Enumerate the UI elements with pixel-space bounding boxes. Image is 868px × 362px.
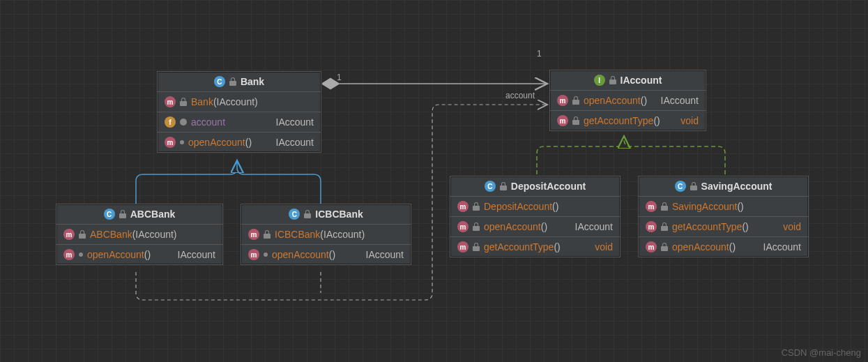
method-icon: m xyxy=(63,249,75,260)
lock-icon xyxy=(609,76,616,84)
lock-icon xyxy=(473,223,480,231)
method-icon: m xyxy=(646,241,657,252)
lock-icon xyxy=(690,182,697,190)
return-type: IAccount xyxy=(276,137,314,148)
lock-icon xyxy=(473,202,480,211)
method-icon: m xyxy=(557,115,568,126)
class-icon: C xyxy=(104,209,115,220)
member-row[interactable]: m openAccount() IAccount xyxy=(241,245,411,264)
class-savingaccount[interactable]: C SavingAccount m SavingAccount() m getA… xyxy=(638,176,809,257)
member-name: getAccountType() xyxy=(484,241,591,252)
multiplicity-left: 1 xyxy=(337,73,342,82)
class-header: C ICBCBank xyxy=(241,204,411,225)
method-icon: m xyxy=(646,221,657,232)
class-icon: C xyxy=(214,76,225,87)
method-icon: m xyxy=(457,201,469,212)
method-icon: m xyxy=(165,96,176,107)
return-type: void xyxy=(783,221,801,232)
member-name: ABCBank(IAccount) xyxy=(90,229,215,240)
member-row[interactable]: m getAccountType() void xyxy=(550,111,706,130)
interface-icon: I xyxy=(594,75,605,86)
member-name: getAccountType() xyxy=(672,221,779,232)
method-icon: m xyxy=(165,137,176,148)
lock-icon xyxy=(661,243,668,251)
member-name: openAccount() xyxy=(672,241,759,252)
member-row[interactable]: m ICBCBank(IAccount) xyxy=(241,225,411,245)
member-row[interactable]: m ABCBank(IAccount) xyxy=(56,225,222,245)
member-row[interactable]: m openAccount() IAccount xyxy=(639,237,808,257)
lock-icon xyxy=(661,223,668,231)
watermark: CSDN @mai-cheng xyxy=(782,347,861,358)
class-header: C SavingAccount xyxy=(639,176,808,197)
return-type: IAccount xyxy=(661,95,699,106)
member-name: openAccount() xyxy=(272,249,362,260)
member-row[interactable]: m SavingAccount() xyxy=(639,197,808,217)
dot-icon xyxy=(180,140,184,144)
key-icon xyxy=(180,119,187,126)
field-type: IAccount xyxy=(276,116,314,128)
return-type: IAccount xyxy=(366,249,404,260)
class-header: I IAccount xyxy=(550,70,706,91)
return-type: IAccount xyxy=(575,221,613,232)
member-name: openAccount() xyxy=(87,249,174,260)
member-name: openAccount() xyxy=(188,137,272,148)
field-name: account xyxy=(191,116,272,128)
method-icon: m xyxy=(63,229,75,240)
lock-icon xyxy=(229,77,236,86)
member-row[interactable]: m DepositAccount() xyxy=(450,197,620,217)
member-name: ICBCBank(IAccount) xyxy=(275,229,404,240)
member-row[interactable]: m Bank(IAccount) xyxy=(158,92,321,112)
class-bank[interactable]: C Bank m Bank(IAccount) f account IAccou… xyxy=(157,71,321,153)
member-name: openAccount() xyxy=(484,221,571,232)
dot-icon xyxy=(264,252,268,257)
class-icbcbank[interactable]: C ICBCBank m ICBCBank(IAccount) m openAc… xyxy=(241,204,411,265)
member-row[interactable]: m openAccount() IAccount xyxy=(56,245,222,264)
class-title: ABCBank xyxy=(130,209,176,220)
member-name: DepositAccount() xyxy=(484,201,613,212)
class-title: ICBCBank xyxy=(315,209,363,220)
lock-icon xyxy=(572,96,579,105)
class-header: C DepositAccount xyxy=(450,176,620,197)
member-row[interactable]: m getAccountType() void xyxy=(450,237,620,257)
member-row[interactable]: m openAccount() IAccount xyxy=(158,133,321,152)
return-type: void xyxy=(595,241,613,252)
return-type: IAccount xyxy=(763,241,801,252)
lock-icon xyxy=(264,230,271,239)
class-abcbank[interactable]: C ABCBank m ABCBank(IAccount) m openAcco… xyxy=(56,204,223,265)
return-type: IAccount xyxy=(178,249,215,260)
class-icon: C xyxy=(675,181,686,192)
lock-icon xyxy=(500,182,507,190)
class-depositaccount[interactable]: C DepositAccount m DepositAccount() m op… xyxy=(450,176,620,257)
lock-icon xyxy=(119,210,126,218)
lock-icon xyxy=(79,230,86,239)
class-title: IAccount xyxy=(620,75,662,86)
member-name: Bank(IAccount) xyxy=(191,96,314,107)
class-icon: C xyxy=(289,209,300,220)
edge-label-account: account xyxy=(505,91,535,100)
lock-icon xyxy=(304,210,311,218)
field-icon: f xyxy=(165,116,176,128)
member-name: getAccountType() xyxy=(584,115,676,126)
member-row[interactable]: m openAccount() IAccount xyxy=(550,91,706,111)
class-header: C Bank xyxy=(158,72,321,92)
lock-icon xyxy=(180,98,187,106)
method-icon: m xyxy=(457,221,469,232)
class-title: Bank xyxy=(241,76,264,87)
member-row[interactable]: m openAccount() IAccount xyxy=(450,217,620,237)
method-icon: m xyxy=(248,229,259,240)
method-icon: m xyxy=(646,201,657,212)
lock-icon xyxy=(473,243,480,251)
multiplicity-right: 1 xyxy=(537,49,542,59)
method-icon: m xyxy=(557,95,568,106)
lock-icon xyxy=(661,202,668,211)
lock-icon xyxy=(572,116,579,125)
class-header: C ABCBank xyxy=(56,204,222,225)
class-iaccount[interactable]: I IAccount m openAccount() IAccount m ge… xyxy=(549,70,706,131)
class-icon: C xyxy=(485,181,496,192)
method-icon: m xyxy=(248,249,259,260)
member-name: openAccount() xyxy=(584,95,657,106)
method-icon: m xyxy=(457,241,469,252)
member-row[interactable]: f account IAccount xyxy=(158,112,321,133)
member-row[interactable]: m getAccountType() void xyxy=(639,217,808,237)
class-title: DepositAccount xyxy=(511,181,586,192)
